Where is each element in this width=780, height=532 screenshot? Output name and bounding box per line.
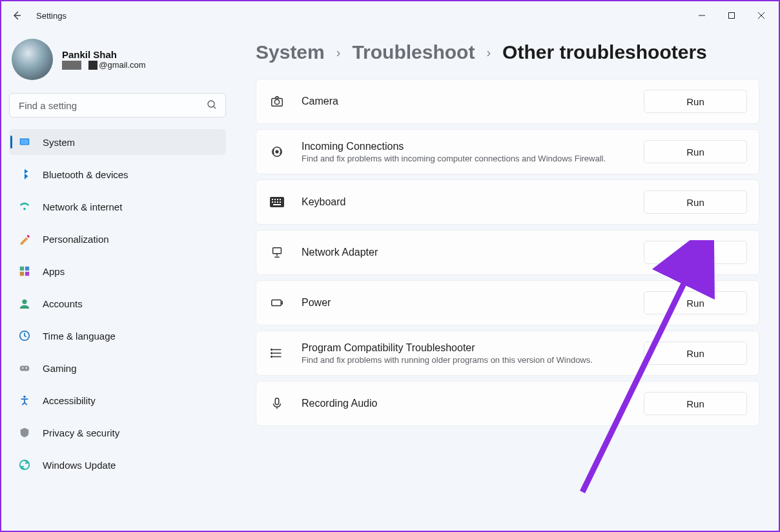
profile-block[interactable]: Pankil Shah @gmail.com — [9, 36, 226, 92]
troubleshooter-title: Program Compatibility Troubleshooter — [302, 342, 628, 354]
mic-icon — [268, 396, 286, 411]
incoming-icon — [268, 145, 286, 159]
time-icon — [18, 329, 31, 342]
nav-list: SystemBluetooth & devicesNetwork & inter… — [9, 129, 226, 484]
run-button[interactable]: Run — [644, 342, 747, 365]
run-button[interactable]: Run — [644, 190, 747, 214]
breadcrumb-current: Other troubleshooters — [502, 41, 707, 63]
bluetooth-icon — [18, 168, 31, 181]
sidebar-item-network[interactable]: Network & internet — [9, 194, 226, 220]
svg-point-33 — [271, 353, 272, 354]
svg-rect-21 — [274, 199, 276, 200]
troubleshooter-title: Network Adapter — [302, 247, 628, 258]
close-button[interactable] — [746, 5, 776, 26]
troubleshooter-row: Program Compatibility Troubleshooter Fin… — [256, 331, 759, 376]
svg-rect-25 — [274, 201, 276, 203]
svg-rect-6 — [25, 267, 29, 271]
svg-rect-20 — [272, 199, 273, 200]
camera-icon — [268, 94, 286, 108]
apps-icon — [18, 265, 31, 278]
breadcrumb-troubleshoot[interactable]: Troubleshoot — [352, 41, 475, 63]
sidebar-item-label: Accessibility — [43, 395, 96, 406]
svg-rect-22 — [277, 199, 278, 200]
sidebar-item-apps[interactable]: Apps — [9, 258, 226, 284]
sidebar-item-label: Accounts — [43, 298, 83, 309]
svg-point-4 — [23, 208, 26, 210]
personalization-icon — [18, 232, 31, 245]
power-icon — [268, 296, 286, 310]
search-input[interactable] — [9, 93, 226, 118]
svg-rect-30 — [272, 300, 282, 305]
profile-email: @gmail.com — [62, 60, 146, 70]
back-button[interactable] — [4, 3, 30, 28]
svg-rect-29 — [273, 248, 282, 254]
run-button[interactable]: Run — [644, 291, 747, 314]
svg-rect-27 — [280, 201, 281, 203]
window-controls — [687, 5, 776, 26]
arrow-left-icon — [12, 10, 22, 21]
sidebar-item-system[interactable]: System — [9, 129, 226, 155]
maximize-button[interactable] — [717, 5, 746, 26]
sidebar-item-personalization[interactable]: Personalization — [9, 226, 226, 252]
minimize-icon — [698, 12, 706, 19]
close-icon — [757, 12, 765, 19]
chevron-right-icon: › — [486, 45, 491, 60]
avatar — [12, 39, 53, 80]
svg-rect-5 — [20, 267, 24, 271]
svg-rect-24 — [272, 201, 273, 203]
run-button[interactable]: Run — [644, 90, 747, 113]
profile-name: Pankil Shah — [62, 49, 146, 60]
sidebar-item-gaming[interactable]: Gaming — [9, 355, 226, 381]
svg-point-17 — [274, 99, 279, 104]
sidebar-item-label: Personalization — [43, 234, 109, 245]
sidebar-item-label: System — [43, 137, 75, 148]
search-icon — [207, 99, 217, 112]
update-icon — [18, 458, 31, 471]
svg-point-32 — [271, 349, 272, 351]
run-button[interactable]: Run — [644, 392, 747, 415]
svg-rect-0 — [729, 13, 735, 19]
privacy-icon — [18, 426, 31, 439]
svg-rect-11 — [20, 365, 29, 371]
troubleshooter-row: Recording Audio Run — [256, 381, 759, 426]
troubleshooter-desc: Find and fix problems with incoming comp… — [302, 154, 628, 163]
svg-rect-7 — [20, 272, 24, 276]
minimize-button[interactable] — [687, 5, 717, 26]
sidebar-item-label: Gaming — [43, 363, 77, 374]
sidebar-item-accessibility[interactable]: Accessibility — [9, 387, 226, 413]
sidebar-item-time[interactable]: Time & language — [9, 323, 226, 349]
sidebar-item-label: Apps — [43, 266, 65, 277]
sidebar-item-bluetooth[interactable]: Bluetooth & devices — [9, 161, 226, 187]
sidebar-item-privacy[interactable]: Privacy & security — [9, 420, 226, 445]
troubleshooter-desc: Find and fix problems with running older… — [302, 355, 628, 365]
window-title: Settings — [36, 11, 67, 21]
troubleshooter-title: Incoming Connections — [302, 141, 628, 152]
svg-rect-8 — [25, 272, 29, 276]
troubleshooter-row: Power Run — [256, 280, 759, 325]
troubleshooter-row: Network Adapter Run — [256, 230, 759, 275]
network-icon — [18, 200, 31, 213]
sidebar-item-update[interactable]: Windows Update — [9, 452, 226, 478]
troubleshooter-title: Camera — [302, 96, 628, 107]
svg-rect-35 — [275, 398, 279, 405]
sidebar-item-accounts[interactable]: Accounts — [9, 291, 226, 316]
troubleshooter-row: Camera Run — [256, 79, 759, 124]
search-wrap — [9, 93, 226, 118]
svg-rect-28 — [273, 204, 281, 205]
troubleshooter-row: Incoming Connections Find and fix proble… — [256, 129, 759, 174]
troubleshooter-title: Keyboard — [302, 196, 628, 208]
system-icon — [18, 136, 31, 148]
compat-icon — [268, 346, 286, 360]
breadcrumb-system[interactable]: System — [256, 41, 325, 63]
svg-rect-26 — [277, 201, 278, 203]
sidebar-item-label: Privacy & security — [43, 427, 119, 438]
svg-point-13 — [26, 367, 27, 369]
svg-point-34 — [271, 356, 272, 358]
run-button[interactable]: Run — [644, 140, 747, 163]
svg-point-1 — [208, 101, 214, 107]
accessibility-icon — [18, 394, 31, 407]
run-button[interactable]: Run — [644, 241, 747, 264]
svg-point-14 — [23, 396, 26, 398]
sidebar-item-label: Network & internet — [43, 201, 122, 212]
chevron-right-icon: › — [336, 45, 341, 60]
